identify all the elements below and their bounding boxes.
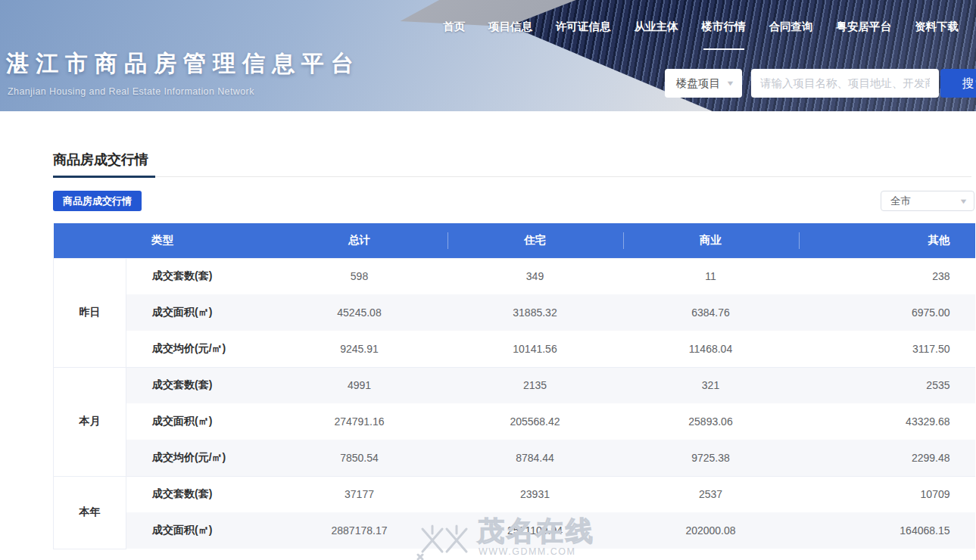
metric-label: 成交面积(㎡): [126, 403, 272, 440]
main-content: 商品房成交行情 商品房成交行情 全市 ▼ 类型总计住宅商业其他 昨日成交套数(套…: [0, 151, 976, 549]
cell-value: 321: [623, 367, 799, 403]
column-header-3: 商业: [623, 223, 799, 258]
table-controls: 商品房成交行情 全市 ▼: [53, 191, 974, 211]
table-row: 成交面积(㎡)45245.0831885.326384.766975.00: [54, 294, 975, 331]
cell-value: 598: [272, 258, 447, 294]
metric-label: 成交套数(套): [126, 476, 272, 512]
cell-value: 31885.32: [447, 294, 623, 331]
cell-value: 23931: [447, 476, 623, 512]
nav-item-5[interactable]: 合同查询: [769, 20, 813, 34]
cell-value: 10141.56: [447, 331, 623, 367]
cell-value: 2135: [447, 367, 623, 403]
market-tab-button[interactable]: 商品房成交行情: [53, 191, 142, 211]
column-header-1: 总计: [272, 223, 447, 258]
nav-item-0[interactable]: 首页: [443, 20, 465, 34]
cell-value: 349: [447, 258, 623, 294]
search-button[interactable]: 搜索: [940, 69, 976, 98]
cell-value: 274791.16: [272, 403, 447, 440]
cell-value: 7850.54: [272, 440, 447, 476]
row-group-label: 本月: [54, 367, 126, 476]
cell-value: 45245.08: [272, 294, 447, 331]
row-group-label: 本年: [54, 476, 126, 549]
cell-value: 9725.38: [623, 440, 799, 476]
table-row: 本年成交套数(套)3717723931253710709: [54, 476, 975, 512]
market-data-table: 类型总计住宅商业其他 昨日成交套数(套)59834911238成交面积(㎡)45…: [53, 223, 975, 549]
cell-value: 205568.42: [447, 403, 623, 440]
column-header-4: 其他: [799, 223, 975, 258]
nav-item-7[interactable]: 资料下载: [915, 20, 959, 34]
cell-value: 2299.48: [799, 440, 975, 476]
cell-value: 11: [623, 258, 799, 294]
page-title: 商品房成交行情: [53, 151, 976, 169]
nav-item-6[interactable]: 粤安居平台: [837, 20, 892, 34]
cell-value: 202000.08: [623, 512, 799, 549]
chevron-down-icon: ▼: [725, 79, 734, 87]
cell-value: 238: [799, 258, 975, 294]
cell-value: 43329.68: [799, 403, 975, 440]
metric-label: 成交面积(㎡): [126, 294, 272, 331]
nav-item-3[interactable]: 从业主体: [635, 20, 678, 34]
main-nav: 首页项目信息许可证信息从业主体楼市行情合同查询粤安居平台资料下载: [443, 20, 959, 34]
search-category-dropdown[interactable]: 楼盘项目 ▼: [665, 69, 742, 98]
table-row: 本月成交套数(套)499121353212535: [54, 367, 975, 403]
cell-value: 2535: [799, 367, 975, 403]
table-row: 成交均价(元/㎡)9245.9110141.5611468.043117.50: [54, 331, 975, 367]
metric-label: 成交面积(㎡): [126, 512, 272, 549]
region-filter-dropdown[interactable]: 全市 ▼: [881, 191, 974, 211]
column-header-2: 住宅: [447, 223, 623, 258]
site-subtitle: Zhanjian Housing and Real Estate Informa…: [8, 86, 254, 97]
cell-value: 6975.00: [799, 294, 975, 331]
cell-value: 10709: [799, 476, 975, 512]
cell-value: 2521109.94: [447, 512, 623, 549]
chevron-down-icon: ▼: [959, 198, 968, 205]
region-filter-value: 全市: [890, 194, 911, 208]
metric-label: 成交均价(元/㎡): [126, 440, 272, 476]
nav-item-4[interactable]: 楼市行情: [702, 20, 746, 34]
cell-value: 25893.06: [623, 403, 799, 440]
metric-label: 成交均价(元/㎡): [126, 331, 272, 367]
cell-value: 164068.15: [799, 512, 975, 549]
search-input[interactable]: [751, 69, 939, 98]
column-header-0: 类型: [54, 223, 272, 258]
cell-value: 3117.50: [799, 331, 975, 367]
metric-label: 成交套数(套): [126, 367, 272, 403]
table-row: 成交面积(㎡)2887178.172521109.94202000.081640…: [54, 512, 975, 549]
cell-value: 2537: [623, 476, 799, 512]
cell-value: 2887178.17: [272, 512, 447, 549]
cell-value: 4991: [272, 367, 447, 403]
table-row: 昨日成交套数(套)59834911238: [54, 258, 975, 294]
metric-label: 成交套数(套): [126, 258, 272, 294]
cell-value: 6384.76: [623, 294, 799, 331]
nav-item-2[interactable]: 许可证信息: [556, 20, 611, 34]
search-bar: 楼盘项目 ▼ 搜索: [665, 69, 976, 98]
row-group-label: 昨日: [54, 258, 126, 367]
site-title: 湛江市商品房管理信息平台: [6, 48, 360, 79]
cell-value: 9245.91: [272, 331, 447, 367]
page-header: 湛江市商品房管理信息平台 Zhanjian Housing and Real E…: [0, 0, 976, 111]
table-row: 成交面积(㎡)274791.16205568.4225893.0643329.6…: [54, 403, 975, 440]
search-category-value: 楼盘项目: [676, 76, 720, 91]
cell-value: 11468.04: [623, 331, 799, 367]
nav-item-1[interactable]: 项目信息: [488, 20, 532, 34]
title-divider: [53, 176, 971, 178]
cell-value: 37177: [272, 476, 447, 512]
table-row: 成交均价(元/㎡)7850.548784.449725.382299.48: [54, 440, 975, 476]
cell-value: 8784.44: [447, 440, 623, 476]
